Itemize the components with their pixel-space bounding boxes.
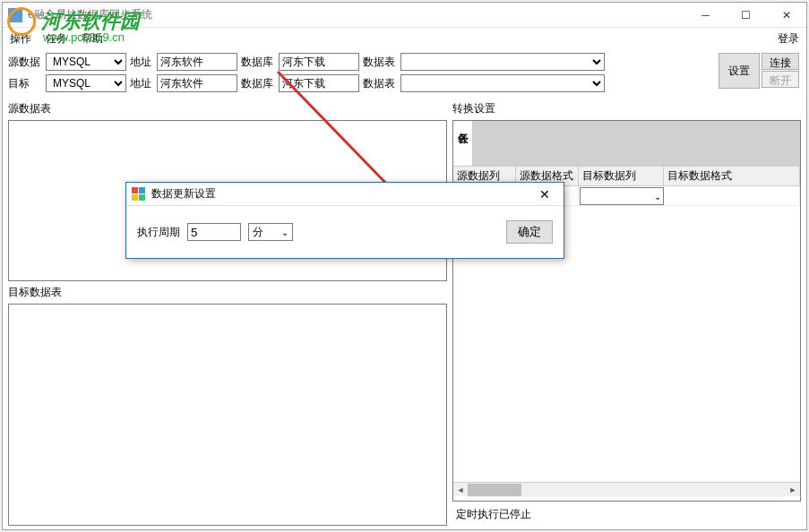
- app-icon: [8, 8, 22, 22]
- content-area: 源数据表 目标数据表 转换设置 任务表 源数据列 源数据格式 目标数据列 目标数…: [3, 96, 806, 529]
- convert-settings-label: 转换设置: [452, 99, 801, 118]
- source-addr-input[interactable]: [157, 53, 237, 71]
- connect-button[interactable]: 连接: [762, 53, 799, 70]
- dialog-titlebar: 数据更新设置 ✕: [126, 183, 564, 206]
- dialog-title: 数据更新设置: [151, 186, 531, 202]
- menu-help[interactable]: 帮助: [82, 31, 103, 47]
- chevron-down-icon: ⌄: [281, 227, 288, 237]
- period-label: 执行周期: [137, 225, 180, 240]
- convert-panel: 任务表 源数据列 源数据格式 目标数据列 目标数据格式: [452, 120, 801, 502]
- target-col-combo[interactable]: ⌄: [580, 187, 664, 205]
- maximize-button[interactable]: ☐: [726, 3, 766, 28]
- dialog-close-button[interactable]: ✕: [531, 187, 558, 202]
- minimize-button[interactable]: ─: [685, 3, 726, 28]
- source-type-combo[interactable]: MYSQL: [46, 53, 126, 71]
- horizontal-scrollbar[interactable]: ◄ ►: [453, 482, 800, 496]
- target-table-combo[interactable]: [400, 74, 605, 92]
- source-table-combo[interactable]: [400, 53, 605, 71]
- status-text: 定时执行已停止: [452, 503, 801, 526]
- source-db-input[interactable]: [279, 53, 359, 71]
- target-type-combo[interactable]: MYSQL: [46, 74, 126, 92]
- source-table-label: 数据表: [363, 55, 397, 70]
- titlebar: e融合易拉数据库同步系统 ─ ☐ ✕: [3, 3, 806, 28]
- grid-header-tgt-col: 目标数据列: [579, 167, 664, 185]
- target-db-label: 数据库: [241, 76, 275, 91]
- source-table-panel-label: 源数据表: [8, 99, 447, 118]
- target-label: 目标: [8, 76, 42, 91]
- task-list-content: [473, 121, 800, 166]
- update-settings-dialog: 数据更新设置 ✕ 执行周期 分 ⌄ 确定: [125, 182, 564, 259]
- chevron-down-icon: ⌄: [654, 192, 661, 202]
- main-window: e融合易拉数据库同步系统 ─ ☐ ✕ 操作 任务 帮助 登录 源数据 MYSQL…: [2, 2, 807, 530]
- dialog-icon: [132, 187, 146, 202]
- source-row: 源数据 MYSQL 地址 数据库 数据表: [8, 53, 801, 71]
- grid-header-tgt-fmt: 目标数据格式: [664, 167, 800, 185]
- target-addr-label: 地址: [130, 76, 153, 91]
- target-row: 目标 MYSQL 地址 数据库 数据表: [8, 74, 801, 92]
- dialog-ok-button[interactable]: 确定: [506, 220, 553, 244]
- period-input[interactable]: [187, 223, 241, 241]
- task-list-label: 任务表: [453, 121, 473, 166]
- window-title: e融合易拉数据库同步系统: [28, 7, 685, 22]
- disconnect-button[interactable]: 断开: [762, 71, 799, 88]
- source-label: 源数据: [8, 55, 42, 70]
- target-table-panel-label: 目标数据表: [8, 283, 447, 302]
- menu-task[interactable]: 任务: [46, 31, 67, 47]
- scroll-left-icon[interactable]: ◄: [453, 483, 468, 497]
- settings-button[interactable]: 设置: [719, 53, 760, 89]
- menu-login[interactable]: 登录: [778, 31, 799, 47]
- menubar: 操作 任务 帮助 登录: [3, 28, 806, 49]
- toolbar: 源数据 MYSQL 地址 数据库 数据表 目标 MYSQL 地址 数据库 数据表: [3, 49, 806, 96]
- source-db-label: 数据库: [241, 55, 275, 70]
- period-unit-combo[interactable]: 分 ⌄: [248, 223, 293, 241]
- target-db-input[interactable]: [279, 74, 359, 92]
- menu-operate[interactable]: 操作: [10, 31, 31, 47]
- scroll-right-icon[interactable]: ►: [786, 483, 800, 497]
- scroll-thumb[interactable]: [468, 484, 521, 496]
- close-button[interactable]: ✕: [766, 3, 806, 28]
- source-addr-label: 地址: [130, 55, 153, 70]
- target-addr-input[interactable]: [157, 74, 237, 92]
- target-table-label: 数据表: [363, 76, 397, 91]
- target-table-panel: [8, 304, 447, 526]
